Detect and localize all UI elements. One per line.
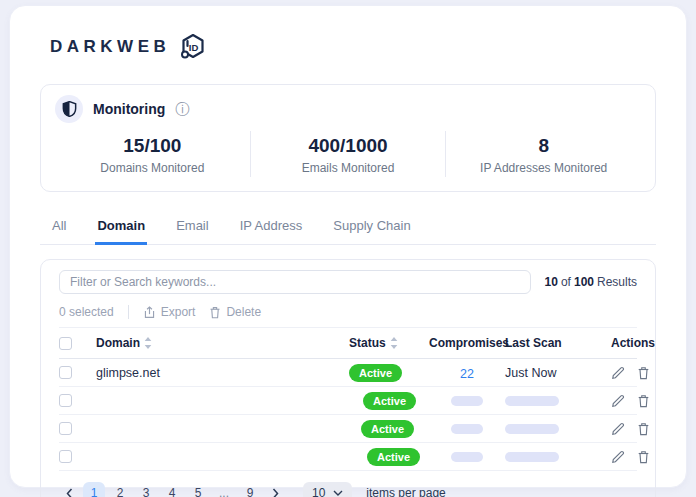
main-card: DARKWEB ID bbox=[9, 5, 687, 488]
sort-icon bbox=[390, 337, 398, 349]
column-header-last-scan: Last Scan bbox=[505, 336, 611, 350]
export-icon bbox=[143, 306, 156, 319]
items-per-page-label: items per page bbox=[366, 486, 445, 497]
column-label: Compromises bbox=[429, 336, 509, 350]
category-tabs: All Domain Email IP Address Supply Chain bbox=[40, 212, 656, 245]
last-scan-skeleton bbox=[505, 396, 559, 406]
compromises-skeleton bbox=[451, 396, 483, 406]
tab-all[interactable]: All bbox=[50, 212, 68, 245]
page-button-2[interactable]: 2 bbox=[109, 482, 131, 497]
delete-row-icon[interactable] bbox=[637, 422, 650, 436]
domains-table-panel: 10 of 100 Results 0 selected Export bbox=[40, 259, 656, 497]
stat-domains-monitored: 15/100 Domains Monitored bbox=[55, 131, 250, 177]
export-label: Export bbox=[161, 305, 196, 319]
last-scan-skeleton bbox=[505, 424, 559, 434]
column-label: Status bbox=[349, 336, 386, 350]
chevron-down-icon bbox=[333, 490, 343, 496]
results-label: Results bbox=[597, 275, 637, 289]
chevron-left-icon[interactable] bbox=[59, 482, 79, 497]
svg-text:ID: ID bbox=[189, 42, 199, 53]
stat-value: 15/100 bbox=[55, 135, 250, 157]
tab-supply-chain[interactable]: Supply Chain bbox=[331, 212, 412, 245]
status-badge: Active bbox=[363, 392, 416, 410]
results-total: 100 bbox=[574, 275, 594, 289]
table-row: Active bbox=[59, 443, 637, 471]
search-input[interactable] bbox=[59, 270, 531, 294]
status-badge: Active bbox=[367, 448, 420, 466]
domain-cell: glimpse.net bbox=[96, 366, 349, 380]
results-count: 10 of 100 Results bbox=[545, 275, 637, 289]
monitoring-title: Monitoring bbox=[93, 101, 165, 117]
stat-label: Emails Monitored bbox=[251, 161, 446, 175]
page-button-9[interactable]: 9 bbox=[239, 482, 261, 497]
column-label: Last Scan bbox=[505, 336, 562, 350]
items-per-page-select[interactable]: 10 bbox=[303, 482, 352, 497]
selected-count: 0 selected bbox=[59, 305, 114, 319]
column-header-actions: Actions bbox=[611, 336, 655, 350]
page-button-4[interactable]: 4 bbox=[161, 482, 183, 497]
per-page-value: 10 bbox=[312, 486, 325, 497]
chevron-right-icon[interactable] bbox=[265, 482, 285, 497]
column-label: Domain bbox=[96, 336, 140, 350]
page-button-3[interactable]: 3 bbox=[135, 482, 157, 497]
tab-email[interactable]: Email bbox=[174, 212, 211, 245]
row-checkbox[interactable] bbox=[59, 422, 72, 435]
edit-icon[interactable] bbox=[611, 366, 625, 380]
last-scan-cell: Just Now bbox=[505, 366, 611, 380]
page-button-5[interactable]: 5 bbox=[187, 482, 209, 497]
delete-button[interactable]: Delete bbox=[209, 305, 261, 319]
status-badge: Active bbox=[349, 364, 402, 382]
brand-id-hexagon-icon: ID bbox=[178, 32, 208, 62]
stat-label: IP Addresses Monitored bbox=[446, 161, 641, 175]
table-row: Active bbox=[59, 415, 637, 443]
delete-row-icon[interactable] bbox=[637, 450, 650, 464]
edit-icon[interactable] bbox=[611, 394, 625, 408]
stat-label: Domains Monitored bbox=[55, 161, 250, 175]
toolbar-divider bbox=[128, 305, 129, 319]
delete-row-icon[interactable] bbox=[637, 366, 650, 380]
compromises-skeleton bbox=[451, 424, 483, 434]
brand-name: DARKWEB bbox=[50, 37, 170, 57]
tab-domain[interactable]: Domain bbox=[95, 212, 147, 245]
page-button-1[interactable]: 1 bbox=[83, 482, 105, 497]
compromises-link[interactable]: 22 bbox=[460, 367, 474, 381]
edit-icon[interactable] bbox=[611, 450, 625, 464]
results-of: of bbox=[561, 275, 571, 289]
stat-ip-addresses-monitored: 8 IP Addresses Monitored bbox=[445, 131, 641, 177]
export-button[interactable]: Export bbox=[143, 305, 196, 319]
stat-emails-monitored: 400/1000 Emails Monitored bbox=[250, 131, 446, 177]
stat-value: 8 bbox=[446, 135, 641, 157]
table-header-row: Domain Status Compromises Last Scan Acti… bbox=[59, 328, 637, 359]
column-header-status[interactable]: Status bbox=[349, 336, 429, 350]
trash-icon bbox=[209, 306, 221, 319]
page-background: DARKWEB ID bbox=[0, 0, 696, 497]
stat-value: 400/1000 bbox=[251, 135, 446, 157]
pagination-ellipsis: ... bbox=[213, 482, 235, 497]
column-header-compromises: Compromises bbox=[429, 336, 505, 350]
row-checkbox[interactable] bbox=[59, 366, 72, 379]
info-icon[interactable]: ⓘ bbox=[175, 102, 189, 116]
table-row: glimpse.net Active 22 Just Now bbox=[59, 359, 637, 387]
select-all-checkbox[interactable] bbox=[59, 337, 72, 350]
tab-ip-address[interactable]: IP Address bbox=[238, 212, 305, 245]
row-checkbox[interactable] bbox=[59, 394, 72, 407]
darkweb-id-logo: DARKWEB ID bbox=[50, 32, 208, 62]
monitoring-panel: Monitoring ⓘ 15/100 Domains Monitored 40… bbox=[40, 84, 656, 192]
row-checkbox[interactable] bbox=[59, 450, 72, 463]
status-badge: Active bbox=[361, 420, 414, 438]
pagination: 1 2 3 4 5 ... 9 10 items per page bbox=[59, 471, 637, 497]
delete-label: Delete bbox=[226, 305, 261, 319]
sort-icon bbox=[144, 337, 152, 349]
results-shown: 10 bbox=[545, 275, 558, 289]
column-label: Actions bbox=[611, 336, 655, 350]
compromises-skeleton bbox=[451, 452, 483, 462]
edit-icon[interactable] bbox=[611, 422, 625, 436]
table-row: Active bbox=[59, 387, 637, 415]
column-header-domain[interactable]: Domain bbox=[96, 336, 349, 350]
delete-row-icon[interactable] bbox=[637, 394, 650, 408]
last-scan-skeleton bbox=[505, 452, 559, 462]
shield-icon bbox=[55, 95, 83, 123]
